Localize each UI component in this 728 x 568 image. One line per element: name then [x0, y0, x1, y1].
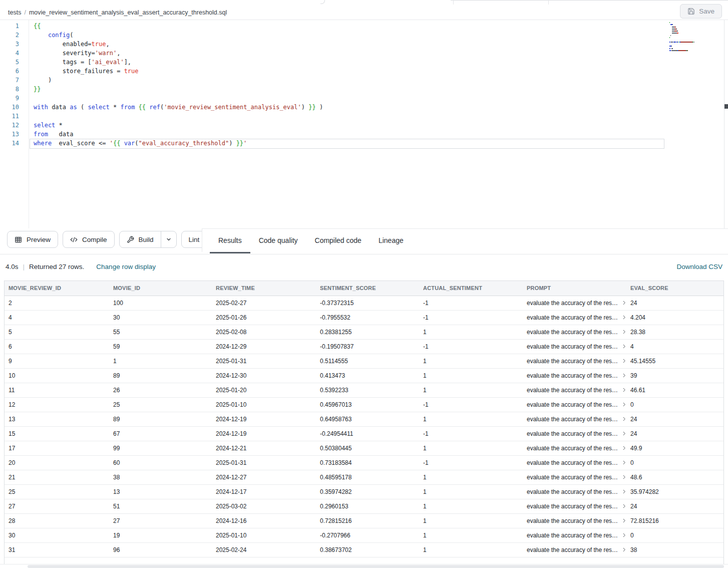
table-cell: 1	[419, 542, 523, 557]
expand-prompt-icon[interactable]	[621, 460, 626, 465]
table-cell: 99	[109, 441, 212, 455]
table-cell: 89	[109, 368, 212, 383]
breadcrumb-folder[interactable]: tests	[8, 9, 21, 16]
tab-results[interactable]: Results	[210, 229, 250, 252]
code-line[interactable]: 6 store_failures = true	[0, 67, 728, 76]
build-dropdown-button[interactable]	[161, 231, 176, 247]
code-line[interactable]: 12select *	[0, 121, 728, 130]
table-cell: 28.38	[626, 325, 723, 339]
expand-prompt-icon[interactable]	[621, 416, 626, 422]
table-cell: 30	[5, 528, 109, 542]
table-cell: 89	[109, 412, 212, 426]
results-tbody: 21002025-02-27-0.37372315-1evaluate the …	[5, 296, 723, 557]
expand-prompt-icon[interactable]	[621, 344, 626, 349]
save-button-label: Save	[699, 8, 714, 15]
prompt-text: evaluate the accuracy of the res…	[527, 329, 618, 336]
tab-separator	[548, 0, 549, 5]
change-row-display-link[interactable]: Change row display	[96, 263, 156, 270]
table-cell: 0.38673702	[316, 542, 419, 557]
tab-lineage[interactable]: Lineage	[370, 229, 412, 252]
table-cell: 4	[5, 310, 109, 325]
expand-prompt-icon[interactable]	[621, 547, 626, 552]
expand-prompt-icon[interactable]	[621, 445, 626, 451]
table-cell: 48.6	[626, 470, 723, 484]
line-number: 9	[0, 94, 19, 103]
preview-button[interactable]: Preview	[7, 231, 58, 248]
table-cell: 2025-03-02	[212, 499, 316, 513]
code-editor[interactable]: 1{{2 config(3 enabled=true,4 severity='w…	[0, 20, 728, 228]
expand-prompt-icon[interactable]	[621, 387, 626, 393]
code-line[interactable]: 7 )	[0, 76, 728, 85]
prompt-cell: evaluate the accuracy of the res…	[523, 528, 626, 542]
code-line[interactable]: 5 tags = ['ai_eval'],	[0, 58, 728, 67]
code-line[interactable]: 10with data as ( select * from {{ ref('m…	[0, 103, 728, 112]
table-cell: 49.9	[626, 441, 723, 455]
prompt-text: evaluate the accuracy of the res…	[527, 387, 618, 394]
expand-prompt-icon[interactable]	[621, 358, 626, 364]
prompt-cell: evaluate the accuracy of the res…	[523, 397, 626, 412]
build-button-label: Build	[139, 236, 154, 243]
editor-vertical-scrollbar	[724, 20, 724, 228]
table-cell: 96	[109, 542, 212, 557]
prompt-text: evaluate the accuracy of the res…	[527, 517, 618, 524]
expand-prompt-icon[interactable]	[621, 402, 626, 407]
tab-compiled-code[interactable]: Compiled code	[306, 229, 370, 252]
code-line[interactable]: 2 config(	[0, 31, 728, 40]
expand-prompt-icon[interactable]	[621, 373, 626, 378]
column-header-actual-sentiment: ACTUAL_SENTIMENT	[419, 281, 523, 296]
expand-prompt-icon[interactable]	[621, 503, 626, 509]
line-number: 2	[0, 31, 19, 40]
download-csv-link[interactable]: Download CSV	[676, 263, 722, 270]
column-header-eval-score: EVAL_SCORE	[626, 281, 723, 296]
code-line[interactable]: 9	[0, 94, 728, 103]
code-line[interactable]: 14where eval_score <= '{{ var("eval_accu…	[0, 139, 728, 148]
table-cell: 2025-02-24	[212, 542, 316, 557]
build-button[interactable]: Build	[120, 231, 161, 247]
code-lines: 1{{2 config(3 enabled=true,4 severity='w…	[0, 22, 728, 148]
tab-code-quality[interactable]: Code quality	[250, 229, 306, 252]
code-line[interactable]: 3 enabled=true,	[0, 40, 728, 49]
code-line[interactable]: 8}}	[0, 85, 728, 94]
status-separator: |	[23, 263, 25, 270]
table-row: 21002025-02-27-0.37372315-1evaluate the …	[5, 296, 723, 310]
expand-prompt-icon[interactable]	[621, 315, 626, 320]
prompt-cell: evaluate the accuracy of the res…	[523, 513, 626, 528]
column-header-movie-id: MOVIE_ID	[109, 281, 212, 296]
compile-button[interactable]: Compile	[63, 231, 115, 248]
table-cell: 24	[626, 412, 723, 426]
table-cell: 2025-01-26	[212, 310, 316, 325]
table-cell: 0.35974282	[316, 484, 419, 499]
table-cell: 0	[626, 528, 723, 542]
code-line[interactable]: 1{{	[0, 22, 728, 31]
table-cell: 0	[626, 397, 723, 412]
code-line[interactable]: 4 severity='warn',	[0, 49, 728, 58]
table-cell: 1	[419, 368, 523, 383]
prompt-text: evaluate the accuracy of the res…	[527, 314, 618, 321]
save-button[interactable]: Save	[680, 4, 722, 19]
table-cell: 2025-01-10	[212, 397, 316, 412]
prompt-text: evaluate the accuracy of the res…	[527, 343, 618, 350]
code-line[interactable]: 11	[0, 112, 728, 121]
prompt-cell: evaluate the accuracy of the res…	[523, 426, 626, 441]
expand-prompt-icon[interactable]	[621, 474, 626, 480]
breadcrumb: tests / movie_review_sentiment_analysis_…	[8, 5, 227, 20]
expand-prompt-icon[interactable]	[621, 329, 626, 335]
prompt-cell: evaluate the accuracy of the res…	[523, 412, 626, 426]
prompt-text: evaluate the accuracy of the res…	[527, 532, 618, 539]
build-button-group: Build	[119, 231, 177, 248]
table-cell: 2025-01-20	[212, 383, 316, 397]
table-cell: 30	[109, 310, 212, 325]
horizontal-scrollbar-thumb[interactable]	[28, 565, 724, 568]
expand-prompt-icon[interactable]	[621, 532, 626, 538]
expand-prompt-icon[interactable]	[621, 431, 626, 436]
table-cell: 0.5392233	[316, 383, 419, 397]
editor-scrollbar-thumb[interactable]	[724, 104, 728, 109]
prompt-text: evaluate the accuracy of the res…	[527, 358, 618, 365]
table-cell: 24	[626, 426, 723, 441]
tab-edge	[320, 0, 325, 4]
expand-prompt-icon[interactable]	[621, 300, 626, 306]
line-number: 6	[0, 67, 19, 76]
code-line[interactable]: 13from data	[0, 130, 728, 139]
expand-prompt-icon[interactable]	[621, 518, 626, 523]
expand-prompt-icon[interactable]	[621, 489, 626, 494]
